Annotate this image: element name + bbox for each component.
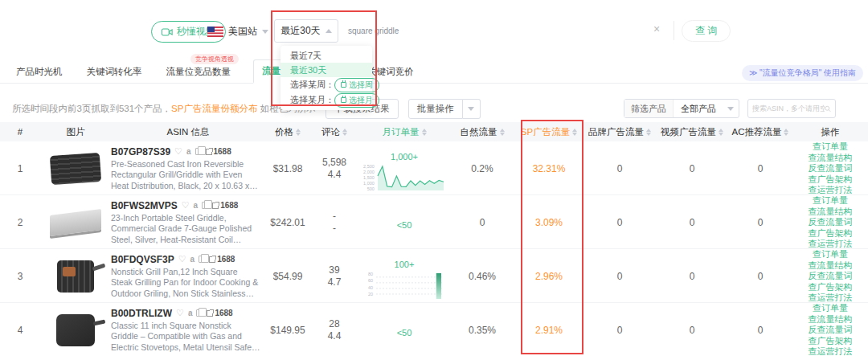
batch-actions-button[interactable]: 批量操作 (408, 99, 463, 119)
col-index: # (0, 127, 40, 137)
op-reverse-keywords[interactable]: 反查流量词 (809, 217, 853, 228)
video-ad-traffic-value: 0 (656, 217, 728, 228)
sparkline-chart (376, 163, 445, 192)
product-image[interactable] (40, 212, 111, 233)
asin-link[interactable]: B0FWS2MVPS (111, 200, 178, 211)
amazon-link-icon[interactable]: a (186, 148, 191, 156)
copy-icon[interactable] (196, 309, 203, 317)
sort-icon[interactable] (784, 129, 788, 136)
select-month-button[interactable]: 选择月 (334, 93, 379, 108)
supplier-1688-label: 1688 (215, 309, 232, 317)
asin-link[interactable]: B0FDQVSF3P (111, 254, 174, 265)
chart-y-ticks: 80 60 40 20 (365, 272, 373, 300)
tab-keyword-conversion[interactable]: 关键词转化率 (85, 61, 144, 83)
review-rating: 4.4 (328, 330, 342, 342)
op-traffic-structure[interactable]: 查流量结构 (809, 153, 853, 164)
op-ad-structure[interactable]: 查广告架构 (809, 174, 853, 186)
sort-icon[interactable] (342, 129, 347, 136)
sort-icon[interactable] (572, 129, 577, 136)
sort-icon[interactable] (296, 129, 301, 136)
op-check-orders[interactable]: 查订单量 (813, 141, 848, 153)
date-range-selector[interactable]: 最近30天 (274, 19, 338, 43)
op-traffic-structure[interactable]: 查流量结构 (809, 260, 853, 272)
external-link-icon (206, 149, 212, 155)
product-title[interactable]: Nonstick Grill Pan,12 Inch Square Steak … (111, 267, 260, 300)
review-rating: 4.4 (328, 169, 342, 181)
external-link-icon (212, 203, 219, 209)
sort-icon[interactable] (422, 129, 427, 136)
op-ad-structure[interactable]: 查广告架构 (809, 228, 853, 239)
supplier-1688-label: 1688 (220, 201, 238, 210)
date-option-7d[interactable]: 最近7天 (280, 48, 372, 63)
asin-search-input[interactable] (752, 104, 825, 113)
supplier-1688-link[interactable]: 1688 (207, 309, 232, 317)
supplier-1688-link[interactable]: 1688 (212, 201, 238, 210)
favorite-icon[interactable]: ♡ (178, 255, 186, 264)
op-traffic-structure[interactable]: 查流量结构 (809, 314, 853, 325)
clear-search-icon[interactable]: × (653, 23, 660, 35)
op-check-orders[interactable]: 查订单量 (813, 303, 848, 314)
search-keyword-text[interactable]: square griddle (348, 27, 399, 35)
op-ad-structure[interactable]: 查广告架构 (809, 336, 853, 347)
product-image[interactable] (40, 260, 111, 293)
calendar-icon (341, 97, 346, 103)
op-reverse-keywords[interactable]: 反查流量词 (809, 325, 853, 336)
chart-y-ticks: 2,500 2,000 1,500 1,000 500 (363, 165, 375, 192)
sort-icon[interactable] (719, 129, 723, 136)
tab-traffic-slot-count[interactable]: 流量位竞品数量 (165, 61, 233, 83)
op-traffic-structure[interactable]: 查流量结构 (809, 207, 853, 218)
favorite-icon[interactable]: ♡ (182, 201, 190, 210)
chevron-down-icon (262, 30, 268, 34)
orders-label: <50 (397, 220, 412, 230)
op-operation-tactics[interactable]: 查运营打法 (809, 293, 853, 304)
sort-icon[interactable] (646, 129, 651, 136)
col-price: 价格 (265, 126, 310, 138)
row-index: 3 (0, 271, 40, 282)
tab-product-timeline[interactable]: 产品时光机 (14, 61, 64, 83)
product-filter-select[interactable]: 筛选产品 全部产品 (624, 99, 739, 118)
amazon-link-icon[interactable]: a (190, 256, 195, 264)
amazon-link-icon[interactable]: a (188, 309, 193, 317)
product-image[interactable] (40, 154, 111, 183)
col-asin: ASIN 信息 (111, 126, 265, 138)
op-operation-tactics[interactable]: 查运营打法 (809, 185, 853, 196)
favorite-icon[interactable]: ♡ (176, 309, 184, 317)
op-reverse-keywords[interactable]: 反查流量词 (809, 271, 853, 282)
date-option-30d[interactable]: 最近30天 (280, 63, 372, 77)
asin-link[interactable]: B00DTRLIZW (111, 308, 172, 319)
col-operations: 操作 (792, 126, 868, 138)
monthly-orders-cell: 100+ 80 60 40 20 (358, 253, 450, 300)
amazon-link-icon[interactable]: a (194, 202, 199, 210)
supplier-1688-link[interactable]: 1688 (206, 147, 231, 156)
query-button[interactable]: 查 询 (682, 20, 731, 42)
table-header: # 图片 ASIN 信息 价格 评论 月订单量 自然流量 SP广告流量 品牌广告… (0, 122, 868, 141)
select-week-button[interactable]: 选择周 (334, 78, 379, 92)
price-value: $31.98 (265, 163, 310, 174)
copy-icon[interactable] (202, 202, 208, 209)
op-check-orders[interactable]: 查订单量 (813, 249, 848, 260)
product-title[interactable]: Classic 11 inch Square Nonstick Griddle … (111, 321, 260, 354)
op-ad-structure[interactable]: 查广告架构 (809, 282, 853, 293)
favorite-icon[interactable]: ♡ (174, 147, 182, 156)
copy-icon[interactable] (195, 148, 202, 155)
asin-link[interactable]: B07GP87S39 (111, 146, 170, 158)
product-image[interactable] (40, 314, 111, 346)
product-title[interactable]: 23-Inch Portable Steel Griddle, Commerci… (111, 213, 260, 246)
batch-actions-dropdown[interactable] (463, 99, 481, 119)
sort-icon[interactable] (500, 129, 505, 136)
copy-icon[interactable] (199, 256, 205, 263)
supplier-1688-link[interactable]: 1688 (209, 255, 235, 264)
op-reverse-keywords[interactable]: 反查流量词 (809, 163, 853, 174)
results-table: # 图片 ASIN 信息 价格 评论 月订单量 自然流量 SP广告流量 品牌广告… (0, 122, 868, 356)
usage-guide-link[interactable]: ≫ "流量位竞争格局" 使用指南 (742, 65, 863, 81)
op-check-orders[interactable]: 查订单量 (813, 195, 848, 207)
month-label: 选择某月： (290, 94, 334, 106)
op-operation-tactics[interactable]: 查运营打法 (809, 346, 853, 356)
op-operation-tactics[interactable]: 查运营打法 (809, 239, 853, 250)
product-title[interactable]: Pre-Seasoned Cast Iron Reversible Rectan… (111, 159, 260, 192)
divider (199, 26, 200, 39)
site-selector[interactable]: 美国站 (228, 25, 268, 39)
sp-ad-traffic-value: 2.91% (514, 325, 583, 336)
search-icon[interactable] (825, 104, 831, 113)
monthly-orders-cell: 1,000+ 2,500 2,000 1,500 1,000 500 (358, 145, 450, 192)
